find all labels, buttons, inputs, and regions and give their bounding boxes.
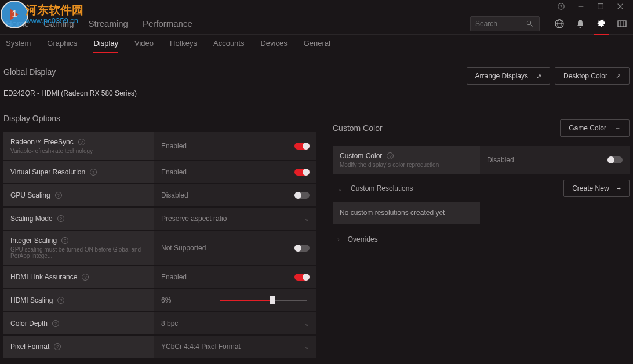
sub-navigation: System Graphics Display Video Hotkeys Ac… <box>0 35 633 57</box>
chevron-down-icon: ⌄ <box>304 215 310 223</box>
svg-rect-13 <box>618 21 626 27</box>
help-icon[interactable]: ? <box>55 192 62 199</box>
subtab-devices[interactable]: Devices <box>260 39 287 53</box>
help-icon[interactable]: ? <box>82 274 89 281</box>
svg-text:1: 1 <box>12 9 17 19</box>
help-icon[interactable]: ? <box>78 139 85 145</box>
bell-icon[interactable] <box>575 19 585 29</box>
setting-vsr: Virtual Super Resolution? Enabled <box>3 161 316 183</box>
custom-resolutions-expand[interactable]: ⌄ Custom Resolutions <box>333 179 417 198</box>
help-icon[interactable]: ? <box>557 2 565 10</box>
media-icon[interactable] <box>617 19 627 29</box>
setting-color-depth: Color Depth? 8 bpc⌄ <box>3 312 316 334</box>
create-new-button[interactable]: Create New+ <box>563 180 630 197</box>
gear-icon[interactable] <box>596 19 606 29</box>
vsr-toggle[interactable] <box>294 169 310 176</box>
minimize-icon[interactable] <box>577 2 585 10</box>
subtab-general[interactable]: General <box>304 39 330 53</box>
svg-rect-5 <box>598 4 603 9</box>
desktop-color-button[interactable]: Desktop Color↗ <box>555 67 630 85</box>
subtab-video[interactable]: Video <box>134 39 154 53</box>
setting-hdmi-link: HDMI Link Assurance? Enabled <box>3 266 316 288</box>
subtab-graphics[interactable]: Graphics <box>47 39 77 53</box>
maximize-icon[interactable] <box>596 2 605 10</box>
page-title: Global Display <box>3 67 56 77</box>
search-icon <box>526 20 533 27</box>
hdmi-link-toggle[interactable] <box>294 274 310 281</box>
setting-pixel-format: Pixel Format? YCbCr 4:4:4 Pixel Format⌄ <box>3 336 316 358</box>
watermark-text: 河东软件园 www.pc0359.cn <box>26 2 83 25</box>
help-icon[interactable]: ? <box>57 297 64 304</box>
subtab-accounts[interactable]: Accounts <box>213 39 244 53</box>
search-field[interactable] <box>475 20 522 28</box>
chevron-down-icon: ⌄ <box>304 343 310 351</box>
no-resolutions-message: No custom resolutions created yet <box>333 202 480 224</box>
search-input[interactable] <box>470 16 540 31</box>
chevron-right-icon: › <box>337 236 340 243</box>
popout-icon: ↗ <box>616 72 621 80</box>
help-icon[interactable]: ? <box>54 343 61 350</box>
popout-icon: ↗ <box>536 72 541 80</box>
help-icon[interactable]: ? <box>52 320 59 327</box>
setting-integer-scaling: Integer Scaling?GPU scaling must be turn… <box>3 231 316 265</box>
top-navigation: Home Gaming Streaming Performance <box>0 13 633 35</box>
subtab-system[interactable]: System <box>6 39 31 53</box>
arrange-displays-button[interactable]: Arrange Displays↗ <box>467 67 550 85</box>
svg-point-8 <box>527 21 531 25</box>
custom-color-title: Custom Color <box>333 123 383 133</box>
help-icon[interactable]: ? <box>387 152 394 159</box>
svg-line-9 <box>531 24 533 26</box>
setting-gpu-scaling: GPU Scaling? Disabled <box>3 184 316 206</box>
subtab-hotkeys[interactable]: Hotkeys <box>170 39 197 53</box>
svg-text:?: ? <box>560 4 563 9</box>
scaling-mode-dropdown[interactable]: Preserve aspect ratio⌄ <box>154 208 316 230</box>
subtab-display[interactable]: Display <box>93 39 118 53</box>
gpu-scaling-toggle[interactable] <box>294 192 310 199</box>
arrow-right-icon: → <box>614 125 621 132</box>
device-name: ED242QR - HDMI (Radeon RX 580 Series) <box>3 89 316 97</box>
hdmi-scaling-slider[interactable] <box>220 300 307 301</box>
chevron-down-icon: ⌄ <box>304 320 310 327</box>
setting-hdmi-scaling: HDMI Scaling? 6% <box>3 289 316 311</box>
setting-freesync: Radeon™ FreeSync?Variable-refresh-rate t… <box>3 132 316 160</box>
web-icon[interactable] <box>554 19 565 29</box>
game-color-button[interactable]: Game Color→ <box>560 119 630 137</box>
overrides-expand[interactable]: › Overrides <box>333 230 630 249</box>
chevron-down-icon: ⌄ <box>337 185 343 192</box>
integer-scaling-toggle[interactable] <box>294 245 310 252</box>
tab-performance[interactable]: Performance <box>143 19 192 28</box>
help-icon[interactable]: ? <box>61 237 68 244</box>
titlebar: ? <box>0 0 633 13</box>
freesync-toggle[interactable] <box>294 143 310 150</box>
display-options-title: Display Options <box>3 114 316 123</box>
watermark-logo: 1 <box>0 0 29 29</box>
tab-streaming[interactable]: Streaming <box>89 19 128 28</box>
setting-scaling-mode: Scaling Mode? Preserve aspect ratio⌄ <box>3 208 316 230</box>
help-icon[interactable]: ? <box>57 215 64 222</box>
plus-icon: + <box>617 185 621 192</box>
custom-color-toggle[interactable] <box>607 156 623 163</box>
close-icon[interactable] <box>616 2 624 10</box>
setting-custom-color: Custom Color?Modify the display´s color … <box>333 146 630 174</box>
help-icon[interactable]: ? <box>90 169 97 176</box>
color-depth-dropdown[interactable]: 8 bpc⌄ <box>154 312 316 334</box>
pixel-format-dropdown[interactable]: YCbCr 4:4:4 Pixel Format⌄ <box>154 336 316 358</box>
